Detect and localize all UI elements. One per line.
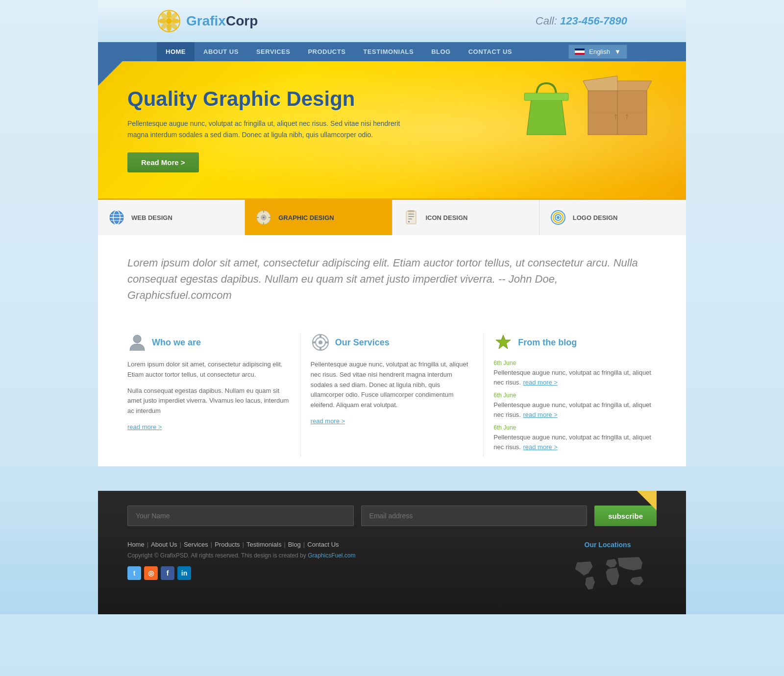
nav-about[interactable]: ABOUT US [195, 42, 247, 61]
quote-text: Lorem ipsum dolor sit amet, consectetur … [127, 255, 657, 303]
nav-services[interactable]: SERVICES [247, 42, 299, 61]
hero-read-more-button[interactable]: Read More > [127, 152, 199, 172]
footer-link-contact[interactable]: Contact Us [307, 541, 339, 548]
blog-entry-2: 6th June Pellentesque augue nunc, volutp… [493, 392, 657, 419]
graphic-design-label: GRAPHIC DESIGN [278, 214, 334, 221]
service-tabs: WEB DESIGN GRAPHIC DESIGN [98, 198, 686, 235]
quote-section: Lorem ipsum dolor sit amet, consectetur … [98, 235, 686, 323]
subscribe-form: subscribe [127, 506, 657, 526]
logo-text: GrafixCorp [186, 13, 258, 29]
shopping-bag-illustration [522, 76, 571, 145]
blog-date-3: 6th June [493, 424, 657, 431]
footer-nav-links: Home | About Us | Services | Products | … [127, 541, 559, 548]
tab-logo-design[interactable]: LOGO DESIGN [539, 200, 686, 235]
from-blog-title: From the blog [518, 338, 577, 348]
who-we-are-icon [127, 333, 147, 352]
columns-section: Who we are Lorem ipsum dolor sit amet, c… [98, 323, 686, 481]
footer-link-testimonials[interactable]: Testimonials [246, 541, 282, 548]
footer-link-about[interactable]: About Us [151, 541, 177, 548]
hero-title: Quality Graphic Design [127, 87, 418, 111]
from-blog-column: From the blog 6th June Pellentesque augu… [484, 333, 657, 457]
hero-text: Pellentesque augue nunc, volutpat ac fri… [127, 118, 418, 140]
footer-link-products[interactable]: Products [215, 541, 240, 548]
footer-sep-4: | [243, 541, 244, 548]
svg-point-40 [133, 335, 141, 343]
svg-rect-34 [408, 221, 410, 222]
nav-testimonials[interactable]: TESTIMONIALS [354, 42, 422, 61]
from-blog-header: From the blog [493, 333, 657, 352]
svg-rect-35 [408, 210, 415, 212]
logo[interactable]: GrafixCorp [157, 9, 258, 33]
svg-rect-32 [408, 216, 414, 217]
blog-read-more-2[interactable]: read more > [523, 411, 557, 418]
svg-rect-33 [408, 218, 412, 219]
svg-marker-13 [583, 76, 617, 91]
footer: subscribe Home | About Us | Services | P… [98, 491, 686, 614]
subscribe-email-input[interactable] [361, 506, 588, 526]
svg-point-43 [318, 340, 322, 344]
svg-rect-30 [406, 211, 416, 224]
nav-home[interactable]: HOME [157, 42, 195, 61]
svg-point-1 [166, 18, 172, 24]
web-design-label: WEB DESIGN [131, 214, 172, 221]
facebook-icon[interactable]: f [161, 566, 174, 580]
blog-text-3: Pellentesque augue nunc, volutpat ac fri… [493, 434, 651, 451]
footer-sep-1: | [147, 541, 148, 548]
logo-design-label: LOGO DESIGN [573, 214, 618, 221]
nav-products[interactable]: PRODUCTS [299, 42, 354, 61]
twitter-icon[interactable]: t [127, 566, 141, 580]
logo-icon [157, 9, 181, 33]
blog-read-more-1[interactable]: read more > [523, 379, 557, 386]
tab-graphic-design[interactable]: GRAPHIC DESIGN [245, 200, 392, 235]
footer-link-blog[interactable]: Blog [288, 541, 301, 548]
who-we-are-header: Who we are [127, 333, 291, 352]
our-services-text: Pellentesque augue nunc, volutpat ac fri… [311, 360, 474, 410]
who-we-are-read-more[interactable]: read more > [127, 423, 162, 431]
hero-banner: Quality Graphic Design Pellentesque augu… [98, 61, 686, 198]
tab-web-design[interactable]: WEB DESIGN [98, 200, 245, 235]
our-services-read-more[interactable]: read more > [311, 417, 345, 425]
footer-corner-decoration [637, 491, 657, 510]
from-blog-icon [493, 333, 513, 352]
nav-blog[interactable]: BLOG [422, 42, 460, 61]
footer-sep-3: | [211, 541, 212, 548]
svg-text:↑: ↑ [613, 111, 618, 121]
footer-links-row: Home | About Us | Services | Products | … [127, 541, 657, 600]
graphic-design-icon [255, 209, 272, 226]
svg-text:↑: ↑ [625, 111, 629, 121]
footer-link-home[interactable]: Home [127, 541, 145, 548]
footer-link-services[interactable]: Services [184, 541, 208, 548]
hero-corner-decoration [98, 61, 122, 86]
who-we-are-text1: Lorem ipsum dolor sit amet, consectetur … [127, 360, 291, 380]
our-services-title: Our Services [335, 338, 390, 348]
box-illustration: ↑ ↑ [578, 66, 657, 145]
our-services-header: Our Services [311, 333, 474, 352]
subscribe-name-input[interactable] [127, 506, 354, 526]
footer-sep-2: | [180, 541, 181, 548]
linkedin-icon[interactable]: in [177, 566, 191, 580]
blog-entry-1: 6th June Pellentesque augue nunc, volutp… [493, 360, 657, 387]
svg-rect-45 [319, 347, 321, 350]
phone-display: Call: 123-456-7890 [536, 15, 627, 27]
nav-contact[interactable]: CONTACT US [460, 42, 521, 61]
who-we-are-column: Who we are Lorem ipsum dolor sit amet, c… [127, 333, 301, 457]
footer-sep-5: | [284, 541, 285, 548]
svg-rect-46 [313, 341, 316, 343]
blog-read-more-3[interactable]: read more > [523, 443, 557, 451]
blog-date-2: 6th June [493, 392, 657, 399]
icon-design-label: ICON DESIGN [426, 214, 468, 221]
logo-design-icon [549, 209, 567, 226]
world-map [568, 554, 657, 598]
footer-locations: Our Locations [559, 541, 657, 600]
footer-left: Home | About Us | Services | Products | … [127, 541, 559, 580]
footer-graphicsfuel-link[interactable]: GraphicsFuel.com [308, 552, 355, 559]
chevron-down-icon: ▼ [614, 48, 621, 55]
web-design-icon [108, 209, 125, 226]
our-services-icon [311, 333, 330, 352]
tab-icon-design[interactable]: ICON DESIGN [392, 200, 539, 235]
rss-icon[interactable]: ◎ [144, 566, 158, 580]
main-nav: HOME ABOUT US SERVICES PRODUCTS TESTIMON… [98, 42, 686, 61]
language-selector[interactable]: English ▼ [568, 45, 627, 59]
svg-point-39 [557, 216, 560, 219]
icon-design-icon [402, 209, 420, 226]
